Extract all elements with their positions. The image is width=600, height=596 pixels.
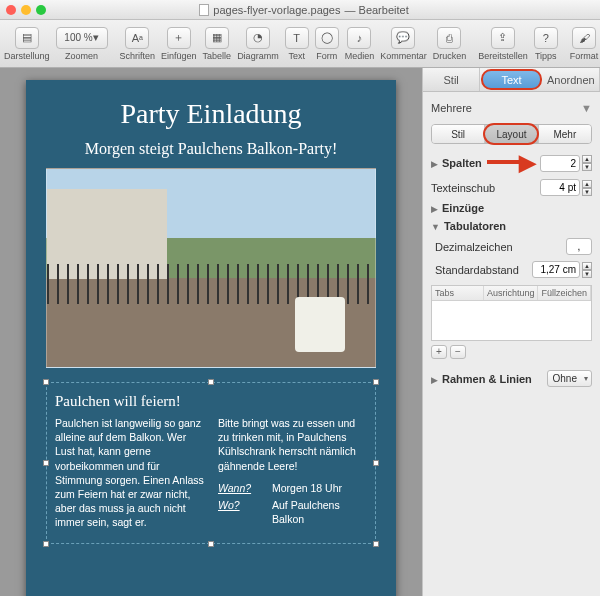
- col-fill: Füllzeichen: [538, 286, 591, 300]
- view-label: Darstellung: [4, 51, 50, 61]
- view-button[interactable]: ▤: [15, 27, 39, 49]
- resize-handle[interactable]: [43, 460, 49, 466]
- zoom-dropdown[interactable]: 100 % ▾: [56, 27, 108, 49]
- paragraph-style-name[interactable]: Mehrere: [431, 102, 472, 114]
- when-value: Morgen 18 Uhr: [272, 481, 367, 495]
- share-button[interactable]: ⇪: [491, 27, 515, 49]
- stepper-up[interactable]: ▲: [582, 262, 592, 270]
- subtab-layout[interactable]: Layout: [485, 125, 538, 143]
- decimal-char-field[interactable]: [566, 238, 592, 255]
- format-inspector: Stil Text Anordnen Mehrere ▼ Stil Layout…: [422, 68, 600, 596]
- stepper-up[interactable]: ▲: [582, 180, 592, 188]
- stepper-down[interactable]: ▼: [582, 163, 592, 171]
- insert-button[interactable]: ＋: [167, 27, 191, 49]
- stepper-down[interactable]: ▼: [582, 270, 592, 278]
- window-filename: pages-flyer-vorlage.pages: [213, 4, 340, 16]
- subtab-style[interactable]: Stil: [432, 125, 485, 143]
- selected-text-box[interactable]: Paulchen will feiern! Paulchen ist langw…: [46, 382, 376, 544]
- window-titlebar: pages-flyer-vorlage.pages — Bearbeitet: [0, 0, 600, 20]
- tips-button[interactable]: ?: [534, 27, 558, 49]
- close-window-button[interactable]: [6, 5, 16, 15]
- print-button[interactable]: ⎙: [437, 27, 461, 49]
- columns-field[interactable]: [540, 155, 580, 172]
- col-align: Ausrichtung: [484, 286, 539, 300]
- remove-tabstop-button[interactable]: −: [450, 345, 466, 359]
- inspector-tab-style[interactable]: Stil: [423, 68, 480, 91]
- when-label: Wann?: [218, 481, 266, 495]
- resize-handle[interactable]: [373, 541, 379, 547]
- tabstops-table[interactable]: Tabs Ausrichtung Füllzeichen: [431, 285, 592, 341]
- toolbar: ▤Darstellung 100 % ▾Zoomen AaSchriften ＋…: [0, 20, 600, 68]
- style-disclosure-icon[interactable]: ▼: [581, 102, 592, 114]
- indents-label: Einzüge: [442, 202, 484, 214]
- default-spacing-field[interactable]: [532, 261, 580, 278]
- text-button[interactable]: T: [285, 27, 309, 49]
- format-button[interactable]: 🖌: [572, 27, 596, 49]
- text-inset-field[interactable]: [540, 179, 580, 196]
- annotation-arrow-icon: ▶: [519, 150, 536, 176]
- resize-handle[interactable]: [43, 379, 49, 385]
- text-subtabs: Stil Layout Mehr: [431, 124, 592, 144]
- inspector-tab-arrange[interactable]: Anordnen: [543, 68, 600, 91]
- media-button[interactable]: ♪: [347, 27, 371, 49]
- text-inset-label: Texteinschub: [431, 182, 495, 194]
- default-spacing-label: Standardabstand: [435, 264, 519, 276]
- chart-button[interactable]: ◔: [246, 27, 270, 49]
- stepper-up[interactable]: ▲: [582, 155, 592, 163]
- table-button[interactable]: ▦: [205, 27, 229, 49]
- column-2[interactable]: Bitte bringt was zu essen und zu trinken…: [218, 416, 367, 529]
- resize-handle[interactable]: [208, 379, 214, 385]
- section-heading[interactable]: Paulchen will feiern!: [55, 393, 367, 410]
- resize-handle[interactable]: [43, 541, 49, 547]
- subtab-more[interactable]: Mehr: [539, 125, 591, 143]
- where-label: Wo?: [218, 498, 266, 526]
- resize-handle[interactable]: [373, 379, 379, 385]
- columns-label: Spalten: [442, 157, 482, 169]
- minimize-window-button[interactable]: [21, 5, 31, 15]
- fonts-button[interactable]: Aa: [125, 27, 149, 49]
- resize-handle[interactable]: [208, 541, 214, 547]
- borders-dropdown[interactable]: Ohne: [547, 370, 592, 387]
- disclosure-icon[interactable]: ▶: [431, 159, 438, 169]
- stepper-down[interactable]: ▼: [582, 188, 592, 196]
- disclosure-icon[interactable]: ▼: [431, 222, 440, 232]
- add-tabstop-button[interactable]: +: [431, 345, 447, 359]
- shape-button[interactable]: ◯: [315, 27, 339, 49]
- flyer-subtitle[interactable]: Morgen steigt Paulchens Balkon-Party!: [46, 140, 376, 158]
- document-canvas[interactable]: Party Einladung Morgen steigt Paulchens …: [0, 68, 422, 596]
- decimal-char-label: Dezimalzeichen: [435, 241, 513, 253]
- disclosure-icon[interactable]: ▶: [431, 204, 438, 214]
- inspector-tab-text[interactable]: Text: [481, 69, 541, 90]
- comment-button[interactable]: 💬: [391, 27, 415, 49]
- zoom-label: Zoomen: [65, 51, 98, 61]
- tabstops-label: Tabulatoren: [444, 220, 506, 232]
- window-edited: — Bearbeitet: [344, 4, 408, 16]
- flyer-title[interactable]: Party Einladung: [46, 98, 376, 130]
- flyer-page: Party Einladung Morgen steigt Paulchens …: [26, 80, 396, 596]
- resize-handle[interactable]: [373, 460, 379, 466]
- disclosure-icon[interactable]: ▶: [431, 375, 438, 385]
- flyer-photo[interactable]: [46, 168, 376, 368]
- where-value: Auf Paulchens Balkon: [272, 498, 367, 526]
- col-tabs: Tabs: [432, 286, 484, 300]
- document-icon: [199, 4, 209, 16]
- borders-label: Rahmen & Linien: [442, 373, 532, 385]
- column-1[interactable]: Paulchen ist langweilig so ganz alleine …: [55, 416, 204, 529]
- zoom-window-button[interactable]: [36, 5, 46, 15]
